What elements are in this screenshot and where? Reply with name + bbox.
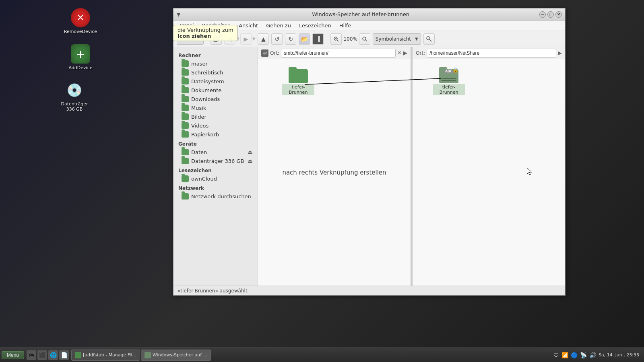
- back-dropdown-arrow[interactable]: ▼: [236, 37, 239, 41]
- places-close-icon[interactable]: ✕: [196, 36, 201, 42]
- menu-gehen-zu[interactable]: Gehen zu: [263, 22, 294, 29]
- minimize-button[interactable]: ─: [539, 11, 546, 18]
- sidebar-item-dokumente[interactable]: Dokumente: [173, 86, 258, 95]
- left-pane-address-bar: ⇄ Ort: ✕ ▶: [258, 47, 411, 59]
- taskbar-browser-icon[interactable]: 🌐: [48, 350, 58, 360]
- right-pane-address-input[interactable]: [427, 49, 556, 58]
- taskbar-system-tray: 🛡 📶 🔵 📡 🔊 Sa, 14. Jan., 23:33: [553, 352, 642, 358]
- sidebar-label-netzwerk-durchsuchen: Netzwerk durchsuchen: [191, 193, 251, 200]
- sidebar-item-bilder[interactable]: Bilder: [173, 112, 258, 121]
- folder-icon-daten: [182, 149, 189, 155]
- left-pane-clear-button[interactable]: ✕: [397, 50, 402, 56]
- status-text: »tiefer-Brunnen« ausgewählt: [178, 288, 248, 294]
- places-dropdown[interactable]: Orte ▼ ✕: [177, 33, 204, 45]
- taskbar-menu-button[interactable]: Menu: [2, 351, 24, 359]
- taskbar-apps: [addfstab - Manage Fil... Windows-Speich…: [71, 350, 553, 361]
- sync-button[interactable]: ↻: [285, 33, 296, 45]
- left-pane-folder-item[interactable]: tiefer-Brunnen: [282, 67, 314, 95]
- remove-device-label: RemoveDevice: [64, 29, 97, 34]
- copy-files-button[interactable]: [211, 33, 222, 45]
- view-mode-arrow: ▼: [415, 37, 418, 41]
- forward-button[interactable]: ▶: [240, 33, 252, 45]
- taskbar-terminal-icon[interactable]: ⬛: [37, 350, 47, 360]
- left-pane-center-text: nach rechts Verknüpfung erstellen: [282, 169, 386, 176]
- taskbar-app-addfstab[interactable]: [addfstab - Manage Fil...: [71, 350, 140, 361]
- tiefer-brunnen-left-label: tiefer-Brunnen: [282, 84, 314, 95]
- left-pane-address-input[interactable]: [281, 49, 396, 58]
- sidebar-item-daten[interactable]: Daten ⏏: [173, 148, 258, 156]
- folder-icon-papierkorb: [182, 131, 189, 138]
- sidebar-section-rechner: Rechner: [173, 50, 258, 59]
- sidebar-item-datentreager[interactable]: Datenträger 336 GB ⏏: [173, 156, 258, 165]
- close-button[interactable]: ✕: [555, 11, 562, 18]
- sidebar-item-schreibtisch[interactable]: Schreibtisch: [173, 68, 258, 77]
- remove-device-icon: ✕: [71, 8, 90, 27]
- open-location-button[interactable]: 📂: [299, 33, 310, 45]
- desktop-icon-remove-device[interactable]: ✕ RemoveDevice: [64, 8, 97, 34]
- taskbar-app-windows-speicher-label: Windows-Speicher auf ...: [153, 352, 207, 358]
- left-pane-sync-icon[interactable]: ⇄: [261, 49, 268, 57]
- right-pane-folder-item[interactable]: ABC 🔒 tiefer-Brunnen: [433, 67, 465, 95]
- tray-volume-icon[interactable]: 🔊: [589, 352, 596, 358]
- svg-marker-9: [527, 168, 532, 175]
- menu-lesezeichen[interactable]: Lesezeichen: [296, 22, 334, 29]
- up-button[interactable]: ▲: [258, 33, 269, 45]
- tray-signal-icon[interactable]: 📡: [580, 352, 587, 358]
- reload-button[interactable]: ↺: [271, 33, 283, 45]
- folder-icon-bilder: [182, 113, 189, 120]
- status-bar: »tiefer-Brunnen« ausgewählt: [173, 286, 565, 295]
- sidebar-item-videos[interactable]: Videos: [173, 121, 258, 130]
- file-manager-window: ▼ Windows-Speicher auf tiefer-brunnen ─ …: [173, 8, 566, 296]
- sidebar-label-schreibtisch: Schreibtisch: [191, 70, 223, 76]
- title-bar-buttons: ─ □ ✕: [539, 11, 562, 18]
- sidebar-item-netzwerk-durchsuchen[interactable]: Netzwerk durchsuchen: [173, 192, 258, 201]
- left-pane-go-button[interactable]: ▶: [403, 50, 407, 56]
- tray-network-icon[interactable]: 📶: [561, 352, 568, 358]
- terminal-button[interactable]: ▐: [312, 33, 324, 45]
- sidebar-item-owncloud[interactable]: ownCloud: [173, 174, 258, 183]
- search-button[interactable]: [423, 33, 435, 45]
- menu-hilfe[interactable]: Hilfe: [336, 22, 355, 29]
- sidebar-item-downloads[interactable]: Downloads: [173, 95, 258, 103]
- sidebar-label-datentreager: Datenträger 336 GB: [191, 158, 244, 164]
- right-pane-go-button[interactable]: ▶: [558, 50, 562, 56]
- sidebar-item-dateisystem[interactable]: Dateisystem: [173, 77, 258, 86]
- title-bar-dropdown-arrow[interactable]: ▼: [177, 12, 180, 17]
- taskbar-files-icon[interactable]: 🗁: [27, 350, 36, 360]
- menu-bearbeiten[interactable]: Bearbeiten: [199, 22, 234, 29]
- toolbar: Orte ▼ ✕ ◀ ▼ ▶ ▼ ▲ ↺ ↻ 📂: [173, 31, 565, 47]
- folder-icon-schreibtisch: [182, 69, 189, 76]
- tiefer-brunnen-right-folder[interactable]: ABC 🔒 tiefer-Brunnen: [433, 67, 465, 95]
- menu-ansicht[interactable]: Ansicht: [235, 22, 261, 29]
- tiefer-brunnen-left-folder[interactable]: tiefer-Brunnen: [282, 67, 314, 95]
- svg-rect-1: [215, 37, 219, 41]
- sidebar-label-dateisystem: Dateisystem: [191, 78, 224, 84]
- forward-dropdown-arrow[interactable]: ▼: [252, 37, 256, 41]
- tray-shield-icon[interactable]: 🛡: [553, 352, 559, 358]
- eject-icon-daten[interactable]: ⏏: [248, 149, 253, 155]
- zoom-out-button[interactable]: [330, 33, 342, 45]
- desktop-icon-drive[interactable]: 💿 Datenträger 336 GB: [58, 80, 91, 112]
- sidebar-item-papierkorb[interactable]: Papierkorb: [173, 130, 258, 139]
- view-mode-dropdown[interactable]: Symbolansicht ▼: [373, 33, 421, 45]
- maximize-button[interactable]: □: [547, 11, 554, 18]
- back-button[interactable]: ◀: [224, 33, 235, 45]
- sidebar-item-maser[interactable]: maser: [173, 59, 258, 68]
- sidebar-item-musik[interactable]: Musik: [173, 103, 258, 112]
- eject-icon-datentreager[interactable]: ⏏: [248, 158, 253, 164]
- folder-icon-maser: [182, 60, 189, 67]
- taskbar-extra-icon[interactable]: 📄: [59, 350, 69, 360]
- taskbar-app-windows-speicher[interactable]: Windows-Speicher auf ...: [141, 350, 211, 361]
- tiefer-brunnen-right-folder-icon: ABC 🔒: [439, 67, 458, 83]
- title-bar: ▼ Windows-Speicher auf tiefer-brunnen ─ …: [173, 8, 565, 21]
- left-pane-content: tiefer-Brunnen nach rechts Verknüpfung e…: [258, 59, 411, 286]
- sidebar-label-dokumente: Dokumente: [191, 87, 221, 93]
- menu-datei[interactable]: Datei: [177, 22, 197, 29]
- zoom-in-button[interactable]: [359, 33, 370, 45]
- tray-bluetooth-icon[interactable]: 🔵: [571, 352, 578, 358]
- sidebar-section-geraete: Geräte: [173, 139, 258, 148]
- lock-icon: 🔒: [452, 67, 458, 73]
- desktop-icon-add-device[interactable]: + AddDevice: [64, 44, 97, 70]
- sidebar-label-maser: maser: [191, 61, 208, 67]
- tiefer-brunnen-left-folder-icon: [289, 67, 308, 83]
